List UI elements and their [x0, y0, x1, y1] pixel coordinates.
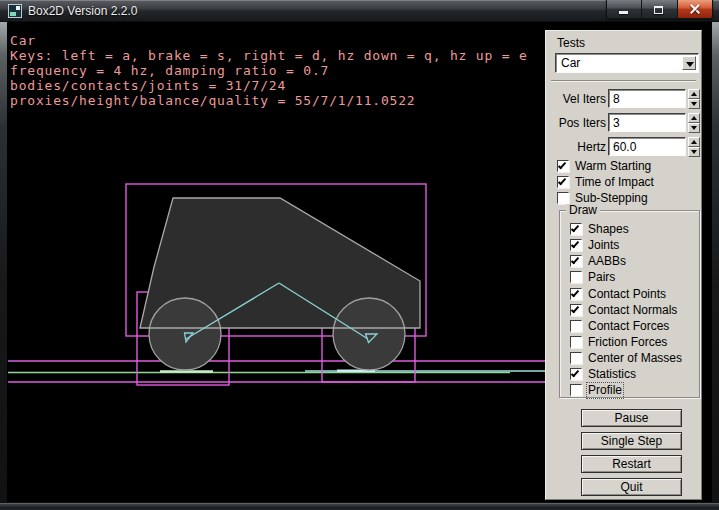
check-icon	[571, 289, 579, 298]
maximize-button[interactable]	[642, 0, 677, 18]
vel-iters-down-button[interactable]	[688, 99, 700, 109]
vel-iters-spinner	[688, 89, 700, 109]
check-icon	[571, 224, 579, 233]
checkbox-label: Statistics	[588, 368, 636, 381]
pos-iters-row: Pos Iters 3	[546, 113, 703, 133]
vel-iters-row: Vel Iters 8	[546, 89, 703, 109]
single-step-button[interactable]: Single Step	[581, 432, 682, 450]
debug-info-text: Car Keys: left = a, brake = s, right = d…	[10, 33, 528, 108]
checkbox-label: Time of Impact	[575, 176, 654, 189]
info-line-frequency: frequency = 4 hz, damping ratio = 0.7	[10, 63, 528, 78]
close-button[interactable]	[678, 0, 712, 18]
checkbox-label: Pairs	[588, 271, 615, 284]
checkbox-box[interactable]	[570, 288, 582, 300]
check-icon	[571, 240, 579, 249]
vel-iters-label: Vel Iters	[546, 92, 606, 106]
check-icon	[571, 369, 579, 378]
caption-buttons	[606, 0, 713, 19]
info-line-test-name: Car	[10, 33, 528, 48]
checkbox-label: Shapes	[588, 223, 629, 236]
checkbox-label: AABBs	[588, 255, 626, 268]
checkbox-box[interactable]	[557, 192, 569, 204]
tests-dropdown-value: Car	[561, 56, 580, 70]
check-icon	[571, 305, 579, 314]
checkbox-box[interactable]	[557, 176, 569, 188]
checkbox-label: Joints	[588, 239, 619, 252]
maximize-icon	[654, 6, 663, 14]
info-line-keys: Keys: left = a, brake = s, right = d, hz…	[10, 48, 528, 63]
checkbox-label: Friction Forces	[588, 336, 667, 349]
quit-button[interactable]: Quit	[581, 478, 682, 496]
pos-iters-input[interactable]: 3	[608, 113, 686, 132]
tests-dropdown-button[interactable]	[682, 56, 696, 70]
arrow-up-icon	[691, 92, 697, 96]
arrow-down-icon	[691, 102, 697, 106]
draw-group-label: Draw	[566, 204, 600, 217]
app-icon-glint	[16, 6, 20, 10]
arrow-up-icon	[691, 140, 697, 144]
checkbox-box[interactable]	[570, 271, 582, 283]
checkbox-box[interactable]	[570, 255, 582, 267]
minimize-button[interactable]	[607, 0, 642, 18]
info-line-counts: bodies/contacts/joints = 31/7/24	[10, 78, 528, 93]
restart-button[interactable]: Restart	[581, 455, 682, 473]
pause-button[interactable]: Pause	[581, 409, 682, 427]
vel-iters-input[interactable]: 8	[608, 89, 686, 108]
tests-dropdown[interactable]: Car	[555, 53, 699, 73]
check-icon	[558, 161, 566, 170]
hertz-up-button[interactable]	[688, 137, 700, 147]
close-icon	[689, 3, 701, 15]
arrow-down-icon	[691, 150, 697, 154]
panel-separator	[551, 80, 696, 82]
arrow-up-icon	[691, 116, 697, 120]
hertz-label: Hertz	[546, 140, 606, 154]
box2d-app-icon	[8, 4, 22, 18]
chevron-down-icon	[686, 62, 694, 67]
checkbox-box[interactable]	[570, 239, 582, 251]
checkbox-label: Center of Masses	[588, 352, 682, 365]
tests-label: Tests	[557, 36, 585, 50]
control-panel: Tests Car Vel Iters 8 Pos Iters 3	[545, 30, 702, 500]
checkbox-label: Warm Starting	[575, 160, 651, 173]
pos-iters-spinner	[688, 113, 700, 133]
checkbox-label: Profile	[588, 384, 622, 397]
checkbox-box[interactable]	[570, 336, 582, 348]
window-title: Box2D Version 2.2.0	[28, 0, 137, 22]
checkbox-label: Contact Forces	[588, 320, 669, 333]
checkbox-box[interactable]	[570, 368, 582, 380]
checkbox-box[interactable]	[570, 223, 582, 235]
checkbox-box[interactable]	[557, 160, 569, 172]
pos-iters-up-button[interactable]	[688, 113, 700, 123]
titlebar[interactable]: Box2D Version 2.2.0	[0, 0, 719, 22]
check-icon	[558, 177, 566, 186]
vel-iters-up-button[interactable]	[688, 89, 700, 99]
checkbox-label: Contact Normals	[588, 304, 677, 317]
hertz-spinner	[688, 137, 700, 157]
check-icon	[571, 256, 579, 265]
arrow-down-icon	[691, 126, 697, 130]
pos-iters-down-button[interactable]	[688, 123, 700, 133]
info-line-proxies: proxies/height/balance/quality = 55/7/1/…	[10, 93, 528, 108]
box2d-testbed-window: Box2D Version 2.2.0	[0, 0, 719, 510]
window-border-bottom	[0, 502, 719, 510]
checkbox-box[interactable]	[570, 384, 582, 396]
window-border-right	[711, 22, 719, 502]
hertz-row: Hertz 60.0	[546, 137, 703, 157]
window-border-left	[0, 22, 8, 502]
hertz-input[interactable]: 60.0	[608, 137, 686, 156]
checkbox-label: Contact Points	[588, 288, 666, 301]
checkbox-box[interactable]	[570, 304, 582, 316]
hertz-down-button[interactable]	[688, 147, 700, 157]
app-icon-bar	[10, 12, 16, 16]
checkbox-box[interactable]	[570, 320, 582, 332]
pos-iters-label: Pos Iters	[546, 116, 606, 130]
minimize-icon	[619, 11, 628, 14]
checkbox-box[interactable]	[570, 352, 582, 364]
